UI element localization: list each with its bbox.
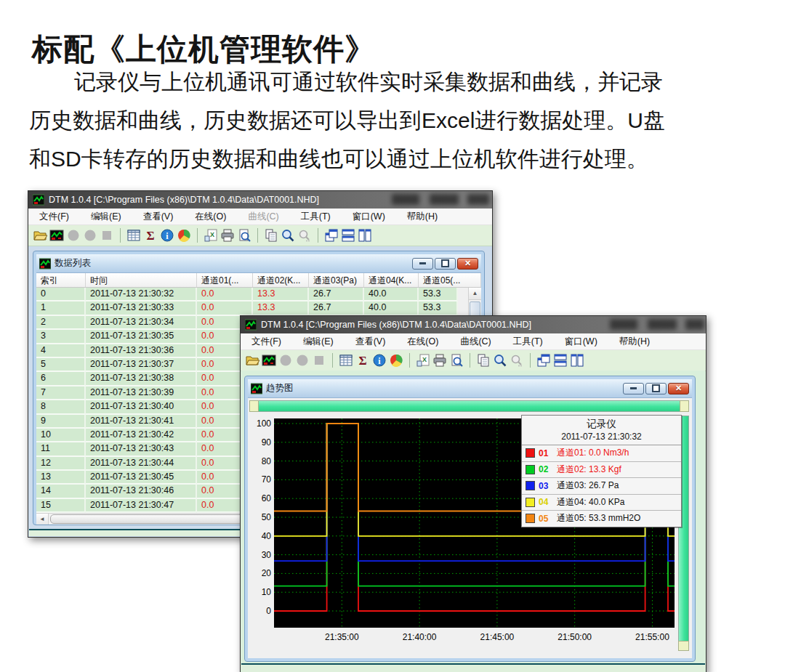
cell-channel-05: 53.3 [419, 301, 458, 315]
cell-index: 1 [36, 301, 86, 315]
record-icon [278, 353, 293, 368]
menu-item-6[interactable]: 工具(T) [502, 336, 554, 348]
menu-item-4[interactable]: 在线(O) [184, 211, 237, 223]
vbar-bottom-button[interactable] [678, 641, 689, 651]
cell-index: 0 [36, 288, 86, 301]
column-header-3[interactable]: 通道01(... [197, 273, 253, 287]
menu-item-2[interactable]: 编辑(E) [80, 211, 132, 223]
column-header-6[interactable]: 通道04(K... [364, 273, 419, 287]
cell-channel-03: 26.7 [309, 301, 364, 315]
cell-index: 8 [36, 400, 86, 414]
y-axis-tick-label: 60 [249, 493, 271, 503]
cell-index: 11 [36, 442, 86, 456]
print-icon[interactable] [432, 353, 447, 368]
x-axis-tick-label: 21:45:00 [472, 632, 523, 642]
print-preview-icon[interactable] [449, 353, 464, 368]
menu-item-7[interactable]: 窗口(W) [554, 336, 608, 348]
data-chart-icon[interactable] [49, 228, 64, 243]
menu-item-8[interactable]: 帮助(H) [608, 336, 661, 348]
back-menubar: 文件(F)编辑(E)查看(V)在线(O)曲线(C)工具(T)窗口(W)帮助(H) [28, 209, 492, 225]
column-header-5[interactable]: 通道03(Pa) [309, 273, 364, 287]
menu-item-8[interactable]: 帮助(H) [396, 211, 448, 223]
tile-vertical-icon[interactable] [570, 353, 584, 368]
tile-vertical-icon[interactable] [358, 228, 372, 243]
sum-sigma-icon[interactable]: Σ [355, 353, 370, 368]
open-folder-icon[interactable] [245, 353, 259, 368]
menu-item-2[interactable]: 编辑(E) [292, 336, 345, 348]
cell-time: 2011-07-13 21:30:45 [86, 471, 197, 485]
table-row[interactable]: 12011-07-13 21:30:330.013.326.740.053.3 [36, 301, 481, 315]
menu-item-1[interactable]: 文件(F) [241, 336, 292, 348]
blurred-block [392, 194, 419, 205]
menu-item-7[interactable]: 窗口(W) [342, 211, 396, 223]
minimize-button[interactable] [623, 383, 644, 394]
close-button[interactable]: ✕ [668, 383, 689, 394]
sum-sigma-icon[interactable]: Σ [143, 228, 158, 243]
restore-button[interactable] [645, 383, 667, 394]
pie-chart-icon[interactable] [177, 228, 191, 243]
copy-icon[interactable] [264, 228, 278, 243]
info-icon[interactable]: i [160, 228, 174, 243]
cascade-windows-icon[interactable] [324, 228, 339, 243]
excel-export-icon[interactable]: X [204, 228, 218, 243]
zoom-in-icon[interactable] [493, 353, 507, 368]
cell-time: 2011-07-13 21:30:34 [86, 316, 197, 330]
table-grid-icon[interactable] [126, 228, 141, 243]
front-toolbar: ΣiX [241, 350, 706, 371]
zoom-in-icon[interactable] [281, 228, 295, 243]
menu-item-3[interactable]: 查看(V) [132, 211, 185, 223]
restore-button[interactable] [435, 258, 456, 270]
table-row[interactable]: 02011-07-13 21:30:320.013.326.740.053.3 [36, 288, 481, 301]
column-header-4[interactable]: 通道02(K... [253, 273, 309, 287]
close-button[interactable]: ✕ [457, 258, 478, 270]
open-folder-icon[interactable] [33, 228, 47, 243]
front-menubar: 文件(F)编辑(E)查看(V)在线(O)曲线(C)工具(T)窗口(W)帮助(H) [241, 333, 706, 350]
toolbar-separator [332, 353, 333, 368]
print-preview-icon[interactable] [237, 228, 251, 243]
column-header-2[interactable]: 时间 [86, 273, 197, 287]
trend-window-icon [251, 383, 262, 394]
print-icon[interactable] [220, 228, 235, 243]
hbar-right-button[interactable] [680, 400, 689, 412]
cell-index: 3 [36, 330, 86, 344]
toolbar-separator [409, 353, 410, 368]
tile-horizontal-icon[interactable] [553, 353, 568, 368]
legend-channel-number: 02 [539, 464, 553, 474]
menu-item-1[interactable]: 文件(F) [28, 211, 80, 223]
cell-time: 2011-07-13 21:30:42 [86, 429, 197, 442]
cell-time: 2011-07-13 21:30:36 [86, 344, 197, 358]
copy-icon[interactable] [476, 353, 491, 368]
blurred-block [467, 194, 489, 205]
column-header-7[interactable]: 通道05(... [419, 273, 481, 287]
menu-item-6[interactable]: 工具(T) [290, 211, 342, 223]
data-chart-icon[interactable] [262, 353, 276, 368]
menu-item-5[interactable]: 曲线(C) [449, 336, 502, 348]
scroll-left-icon[interactable]: ◄ [36, 514, 49, 525]
back-toolbar: ΣiX [28, 225, 492, 246]
chart-horizontal-scrollbar[interactable] [249, 400, 689, 412]
minimize-button[interactable] [412, 258, 433, 270]
menu-item-3[interactable]: 查看(V) [345, 336, 397, 348]
legend-channel-number: 01 [539, 448, 553, 458]
trend-window: 趋势图 ✕ 0102030405060708090100 21:35:0021:… [245, 376, 695, 661]
table-grid-icon[interactable] [339, 353, 353, 368]
menu-item-4[interactable]: 在线(O) [396, 336, 449, 348]
cell-index: 14 [36, 485, 86, 498]
cascade-windows-icon[interactable] [536, 353, 551, 368]
hbar-left-button[interactable] [249, 400, 259, 412]
excel-export-icon[interactable]: X [416, 353, 430, 368]
tile-horizontal-icon[interactable] [341, 228, 355, 243]
info-icon[interactable]: i [372, 353, 387, 368]
column-header-1[interactable]: 索引 [36, 273, 86, 287]
cell-time: 2011-07-13 21:30:43 [86, 442, 197, 456]
app-icon [245, 319, 257, 331]
cell-channel-01: 0.0 [197, 301, 253, 315]
cell-time: 2011-07-13 21:30:38 [86, 372, 197, 386]
scroll-up-icon[interactable]: ▲ [469, 288, 481, 300]
legend-swatch [526, 465, 535, 474]
pie-chart-icon[interactable] [389, 353, 403, 368]
zoom-out-icon [510, 353, 524, 368]
trend-title: 趋势图 [266, 382, 294, 394]
svg-text:Σ: Σ [358, 354, 366, 368]
toolbar-separator [318, 228, 318, 243]
